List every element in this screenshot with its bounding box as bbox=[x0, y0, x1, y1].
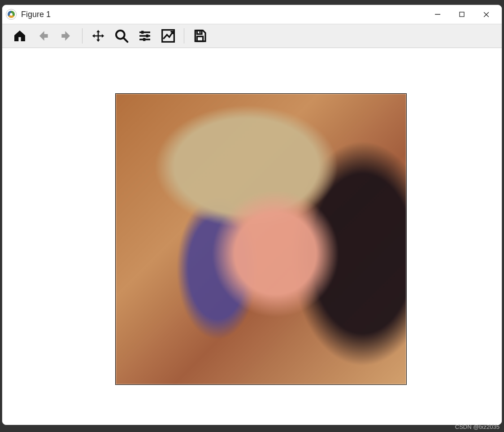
zoom-icon bbox=[114, 29, 129, 43]
forward-button[interactable] bbox=[58, 27, 75, 44]
minimize-icon bbox=[434, 11, 441, 17]
close-icon bbox=[483, 11, 490, 18]
maximize-icon bbox=[459, 11, 465, 17]
back-icon bbox=[36, 29, 50, 43]
pan-button[interactable] bbox=[90, 27, 107, 44]
back-button[interactable] bbox=[35, 27, 52, 44]
svg-rect-9 bbox=[146, 35, 148, 38]
svg-rect-1 bbox=[460, 12, 464, 17]
figure-window: Figure 1 bbox=[2, 4, 502, 425]
app-icon bbox=[6, 9, 17, 20]
save-button[interactable] bbox=[191, 27, 209, 44]
forward-icon bbox=[59, 29, 74, 43]
close-button[interactable] bbox=[474, 5, 498, 24]
svg-line-5 bbox=[123, 38, 127, 42]
svg-rect-15 bbox=[197, 36, 203, 41]
maximize-button[interactable] bbox=[450, 5, 474, 24]
chart-line-icon bbox=[161, 29, 175, 43]
window-title: Figure 1 bbox=[21, 10, 51, 19]
toolbar-separator bbox=[82, 28, 83, 44]
svg-rect-11 bbox=[143, 38, 145, 41]
home-icon bbox=[13, 29, 27, 43]
toolbar-separator bbox=[184, 28, 184, 44]
svg-rect-7 bbox=[141, 31, 143, 34]
watermark: CSDN @txz2035 bbox=[455, 423, 500, 430]
plot-axes[interactable]: 0 50 100 150 200 250 0 50 100 150 200 25… bbox=[115, 93, 407, 385]
displayed-image bbox=[116, 94, 406, 384]
sliders-icon bbox=[138, 29, 152, 43]
minimize-button[interactable] bbox=[426, 5, 450, 24]
save-icon bbox=[193, 29, 207, 43]
configure-subplots-button[interactable] bbox=[136, 27, 153, 44]
edit-axis-button[interactable] bbox=[160, 27, 177, 44]
plot-canvas[interactable]: 0 50 100 150 200 250 0 50 100 150 200 25… bbox=[2, 48, 502, 425]
zoom-button[interactable] bbox=[113, 27, 130, 44]
titlebar: Figure 1 bbox=[2, 5, 502, 24]
toolbar bbox=[2, 24, 502, 48]
svg-rect-14 bbox=[200, 31, 201, 33]
home-button[interactable] bbox=[11, 27, 28, 44]
pan-icon bbox=[91, 29, 105, 43]
